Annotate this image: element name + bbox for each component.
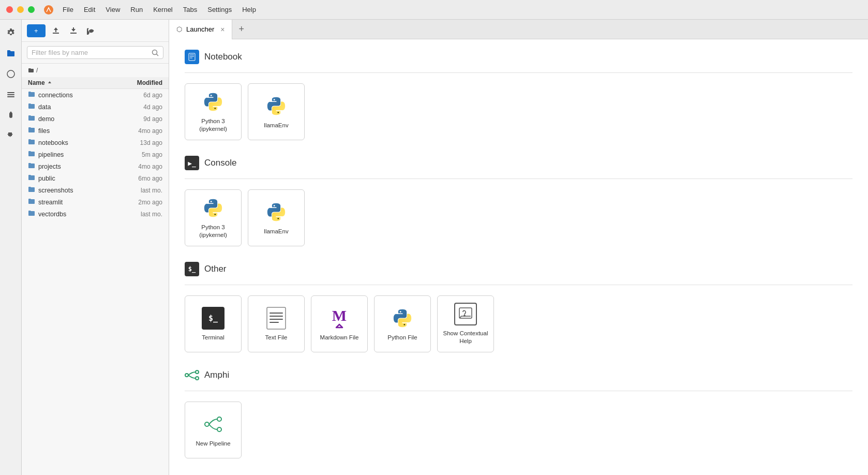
menu-tabs[interactable]: Tabs — [179, 4, 201, 15]
file-modified: 9d ago — [121, 115, 162, 123]
svg-point-14 — [274, 205, 275, 206]
file-item[interactable]: notebooks 13d ago — [22, 137, 169, 149]
svg-point-15 — [277, 218, 279, 219]
console-section: ▶_ Console — [185, 156, 852, 246]
notebook-llamaenv-card[interactable]: llamaEnv — [248, 83, 305, 140]
menu-settings[interactable]: Settings — [203, 4, 236, 15]
folder-icon-bar[interactable] — [2, 44, 20, 62]
console-section-title: Console — [204, 158, 236, 168]
console-llamaenv-card[interactable]: llamaEnv — [248, 189, 305, 246]
file-name: vectordbs — [38, 211, 121, 218]
markdown-icon: M — [332, 308, 347, 329]
markdown-card[interactable]: M Markdown File — [311, 295, 368, 352]
add-tab-button[interactable]: + — [232, 20, 250, 39]
folder-file-icon — [28, 186, 35, 194]
notebook-cards: Python 3 (ipykernel) — [185, 83, 852, 140]
sort-name-column[interactable]: Name — [28, 79, 121, 86]
file-item[interactable]: demo 9d ago — [22, 113, 169, 125]
puzzle-icon-bar[interactable] — [2, 127, 20, 145]
amphi-divider — [185, 391, 852, 391]
gear-icon-bar[interactable] — [2, 24, 20, 41]
menu-run[interactable]: Run — [126, 4, 147, 15]
menu-file[interactable]: File — [58, 4, 78, 15]
folder-file-icon — [28, 127, 35, 135]
app-body: + + — [0, 20, 868, 475]
notebook-section-icon — [185, 50, 199, 64]
file-item[interactable]: projects 4mo ago — [22, 160, 169, 172]
circle-icon-bar[interactable] — [2, 65, 20, 83]
file-name: streamlit — [38, 199, 121, 206]
menu-help[interactable]: Help — [238, 4, 260, 15]
tab-close-button[interactable]: × — [220, 25, 225, 34]
console-python3-card[interactable]: Python 3 (ipykernel) — [185, 189, 242, 246]
main-content: ⬡ Launcher × + Notebook — [169, 20, 868, 475]
markdown-card-img: M — [328, 307, 351, 330]
svg-point-13 — [214, 214, 216, 215]
bug-icon-bar[interactable] — [2, 107, 20, 124]
launcher-tab[interactable]: ⬡ Launcher × — [169, 20, 232, 39]
notebook-divider — [185, 72, 852, 73]
file-item[interactable]: public 6mo ago — [22, 172, 169, 184]
menu-edit[interactable]: Edit — [80, 4, 99, 15]
terminal-card[interactable]: $_ Terminal — [185, 295, 242, 352]
terminal-card-img: $_ — [202, 307, 225, 330]
notebook-section: Notebook — [185, 50, 852, 140]
notebook-python3-card[interactable]: Python 3 (ipykernel) — [185, 83, 242, 140]
file-item[interactable]: pipelines 5m ago — [22, 149, 169, 160]
breadcrumb: / — [22, 64, 169, 77]
new-pipeline-card[interactable]: New Pipeline — [185, 402, 242, 458]
svg-point-10 — [274, 99, 275, 100]
file-item[interactable]: data 4d ago — [22, 101, 169, 113]
folder-file-icon — [28, 162, 35, 170]
file-name: data — [38, 103, 121, 111]
pythonfile-card[interactable]: Python File — [374, 295, 431, 352]
file-item[interactable]: vectordbs last mo. — [22, 208, 169, 220]
file-item[interactable]: files 4mo ago — [22, 125, 169, 137]
folder-file-icon — [28, 91, 35, 99]
svg-point-24 — [205, 422, 209, 426]
filter-input-wrap — [27, 46, 163, 59]
maximize-button[interactable] — [28, 6, 35, 13]
filter-input[interactable] — [32, 49, 148, 56]
file-modified: last mo. — [121, 211, 162, 218]
upload-button[interactable] — [49, 24, 63, 37]
amphi-section: Amphi New — [185, 368, 852, 458]
minimize-button[interactable] — [17, 6, 24, 13]
console-python-logo-1 — [202, 197, 225, 219]
file-modified: last mo. — [121, 187, 162, 194]
download-icon — [69, 26, 78, 35]
new-button[interactable]: + + — [27, 24, 46, 37]
python-logo-1 — [202, 91, 225, 113]
list-icon-bar[interactable] — [2, 86, 20, 103]
close-button[interactable] — [6, 6, 13, 13]
refresh-button[interactable] — [84, 24, 98, 37]
download-button[interactable] — [66, 24, 81, 37]
file-item[interactable]: connections 6d ago — [22, 89, 169, 101]
menu-view[interactable]: View — [101, 4, 124, 15]
upload-icon — [52, 26, 60, 35]
menu-bar: File Edit View Run Kernel Tabs Settings … — [58, 4, 260, 15]
textfile-card[interactable]: Text File — [248, 295, 305, 352]
notebook-section-title: Notebook — [204, 52, 242, 62]
refresh-icon — [87, 26, 95, 35]
console-python3-label: Python 3 (ipykernel) — [190, 224, 236, 239]
file-list: connections 6d ago data 4d ago demo 9d a… — [22, 89, 169, 475]
tab-launcher-icon: ⬡ — [176, 25, 182, 33]
notebook-section-header: Notebook — [185, 50, 852, 64]
file-item[interactable]: streamlit 2mo ago — [22, 196, 169, 208]
textfile-label: Text File — [265, 334, 288, 342]
file-item[interactable]: screenshots last mo. — [22, 184, 169, 196]
other-cards: $_ Terminal Text File — [185, 295, 852, 352]
terminal-icon: $_ — [202, 307, 225, 330]
svg-point-5 — [10, 112, 11, 113]
help-card[interactable]: Show Contextual Help — [437, 295, 494, 352]
file-name: public — [38, 175, 121, 182]
file-modified: 5m ago — [121, 151, 162, 158]
menu-kernel[interactable]: Kernel — [149, 4, 177, 15]
file-modified: 6d ago — [121, 92, 162, 99]
svg-rect-3 — [7, 94, 14, 95]
amphi-logo-icon — [185, 369, 199, 381]
svg-point-9 — [214, 108, 216, 109]
icon-bar — [0, 20, 22, 475]
file-name: files — [38, 127, 121, 135]
